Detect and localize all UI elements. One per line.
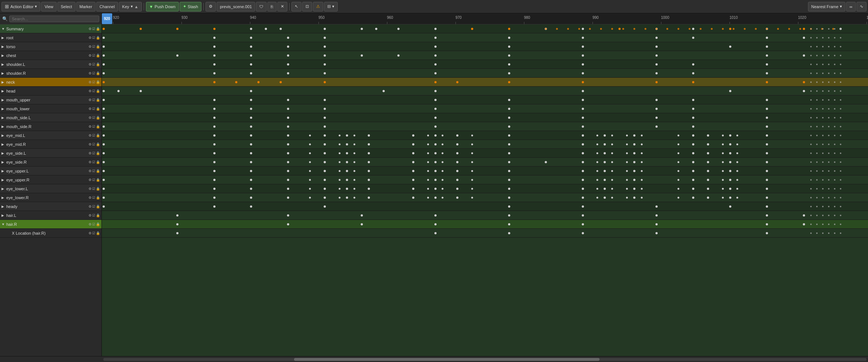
keyframe-dot[interactable] (287, 188, 289, 190)
keyframe-dot[interactable] (250, 72, 252, 74)
keyframe-dot[interactable] (213, 54, 216, 57)
visible-checkbox[interactable]: ☑ (92, 196, 95, 200)
keyframe-dot[interactable] (213, 205, 216, 208)
keyframe-dot[interactable] (103, 108, 105, 110)
keyframe-dot[interactable] (729, 205, 731, 208)
keyframe-dot[interactable] (213, 188, 216, 190)
timeline-track-row[interactable] (102, 95, 868, 104)
keyframe-dot[interactable] (633, 161, 635, 163)
keyframe-dot[interactable] (604, 143, 606, 145)
track-label[interactable]: ▶mouth_lower⚙☑🔒 (0, 104, 101, 113)
close-action-btn[interactable]: ✕ (277, 2, 287, 11)
keyframe-dot[interactable] (213, 99, 216, 101)
keyframe-dot[interactable] (582, 99, 584, 101)
timeline-track-row[interactable] (102, 51, 868, 60)
keyframe-dot[interactable] (434, 232, 437, 234)
keyframe-dot[interactable] (287, 152, 289, 154)
keyframe-dot[interactable] (265, 28, 267, 30)
keyframe-dot[interactable] (633, 179, 635, 181)
keyframe-dot[interactable] (582, 28, 584, 30)
keyframe-dot[interactable] (250, 63, 252, 66)
keyframe-dot[interactable] (434, 152, 437, 154)
keyframe-dot[interactable] (103, 170, 105, 172)
keyframe-dot[interactable] (434, 117, 437, 119)
track-label[interactable]: ▶torso⚙☑🔒 (0, 42, 101, 51)
keyframe-dot[interactable] (803, 90, 805, 92)
keyframe-dot[interactable] (803, 54, 805, 57)
timeline-track-row[interactable] (102, 220, 868, 229)
keyframe-dot[interactable] (803, 81, 805, 83)
keyframe-dot[interactable] (766, 37, 768, 39)
visible-checkbox[interactable]: ☑ (92, 89, 95, 93)
keyframe-dot[interactable] (213, 134, 216, 137)
keyframe-dot[interactable] (729, 188, 731, 190)
keyframe-dot[interactable] (729, 90, 731, 92)
keyframe-dot[interactable] (346, 188, 348, 190)
timeline-track-row[interactable] (102, 140, 868, 149)
wrench-icon[interactable]: ⚙ (89, 205, 91, 208)
keyframe-dot[interactable] (287, 63, 289, 66)
keyframe-dot[interactable] (508, 179, 510, 181)
keyframe-dot[interactable] (434, 90, 437, 92)
keyframe-dot[interactable] (508, 161, 510, 163)
keyframe-dot[interactable] (766, 223, 768, 225)
timeline-track-row[interactable] (102, 167, 868, 175)
keyframe-dot[interactable] (434, 143, 437, 145)
timeline-track-row[interactable] (102, 149, 868, 158)
keyframe-dot[interactable] (213, 117, 216, 119)
keyframe-dot[interactable] (361, 54, 363, 57)
visible-checkbox[interactable]: ☑ (92, 27, 95, 31)
keyframe-dot[interactable] (287, 54, 289, 57)
keyframe-dot[interactable] (287, 117, 289, 119)
keyframe-dot[interactable] (434, 28, 437, 30)
track-label[interactable]: ▶eye_upper.L⚙☑🔒 (0, 167, 101, 175)
keyframe-dot[interactable] (250, 179, 252, 181)
keyframe-dot[interactable] (766, 117, 768, 119)
timeline-track-row[interactable] (102, 69, 868, 78)
keyframe-dot[interactable] (287, 72, 289, 74)
keyframe-dot[interactable] (434, 125, 437, 128)
visible-checkbox[interactable]: ☑ (92, 80, 95, 84)
keyframe-dot[interactable] (508, 46, 510, 48)
track-label[interactable]: ▶eye_side.R⚙☑🔒 (0, 158, 101, 167)
keyframe-dot[interactable] (287, 197, 289, 199)
keyframe-dot[interactable] (508, 81, 510, 83)
timeline-track-row[interactable] (102, 33, 868, 42)
keyframe-dot[interactable] (324, 46, 326, 48)
keyframe-dot[interactable] (766, 197, 768, 199)
keyframe-dot[interactable] (508, 117, 510, 119)
keyframe-dot[interactable] (346, 170, 348, 172)
timeline-track-row[interactable] (102, 113, 868, 122)
lock-icon[interactable]: 🔒 (96, 205, 100, 208)
keyframe-dot[interactable] (692, 99, 694, 101)
keyframe-dot[interactable] (582, 205, 584, 208)
keyframe-dot[interactable] (250, 197, 252, 199)
keyframe-dot[interactable] (103, 188, 105, 190)
keyframe-dot[interactable] (582, 46, 584, 48)
track-label[interactable]: X Location (hair.R)⚙☑🔒 (0, 229, 101, 238)
keyframe-dot[interactable] (213, 125, 216, 128)
keyframe-dot[interactable] (324, 37, 326, 39)
lock-icon[interactable]: 🔒 (96, 214, 100, 217)
keyframe-dot[interactable] (508, 28, 510, 30)
visible-checkbox[interactable]: ☑ (92, 134, 95, 137)
keyframe-dot[interactable] (604, 152, 606, 154)
keyframe-dot[interactable] (766, 46, 768, 48)
visible-checkbox[interactable]: ☑ (92, 71, 95, 75)
select-menu[interactable]: Select (57, 2, 76, 11)
track-label[interactable]: ▼hair.R⚙☑🔒 (0, 220, 101, 229)
keyframe-dot[interactable] (250, 99, 252, 101)
keyframe-dot[interactable] (655, 37, 658, 39)
keyframe-dot[interactable] (766, 134, 768, 137)
wrench-icon[interactable]: ⚙ (89, 107, 91, 111)
keyframe-dot[interactable] (655, 72, 658, 74)
lock-icon[interactable]: 🔒 (96, 107, 100, 111)
keyframe-dot[interactable] (103, 134, 105, 137)
expand-arrow[interactable]: ▶ (1, 125, 5, 128)
keyframe-dot[interactable] (434, 72, 437, 74)
lock-icon[interactable]: 🔒 (96, 169, 100, 173)
keyframe-dot[interactable] (287, 143, 289, 145)
keyframe-dot[interactable] (250, 170, 252, 172)
search-input[interactable] (9, 16, 99, 22)
lock-icon[interactable]: 🔒 (96, 71, 100, 75)
